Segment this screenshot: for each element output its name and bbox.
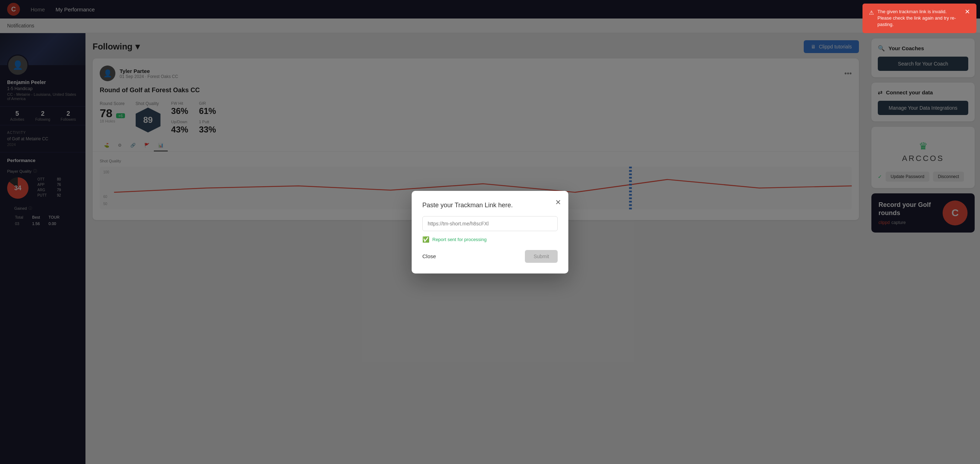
modal-success-message: ✅ Report sent for processing [422,236,558,243]
modal-close-button[interactable]: Close [422,253,436,259]
trackman-link-input[interactable] [422,216,558,231]
toast-close-button[interactable]: ✕ [965,8,970,15]
error-toast: ⚠ The given trackman link is invalid. Pl… [862,3,977,33]
modal-footer: Close Submit [422,250,558,263]
modal-submit-button[interactable]: Submit [525,250,558,263]
success-text: Report sent for processing [432,237,487,242]
success-icon: ✅ [422,236,430,243]
modal-title: Paste your Trackman Link here. [422,202,558,209]
modal-overlay[interactable]: Paste your Trackman Link here. ✕ ✅ Repor… [0,0,980,464]
trackman-modal: Paste your Trackman Link here. ✕ ✅ Repor… [412,191,568,273]
modal-close-icon-button[interactable]: ✕ [555,198,561,207]
toast-message: The given trackman link is invalid. Plea… [877,8,958,28]
warning-icon: ⚠ [869,9,874,17]
